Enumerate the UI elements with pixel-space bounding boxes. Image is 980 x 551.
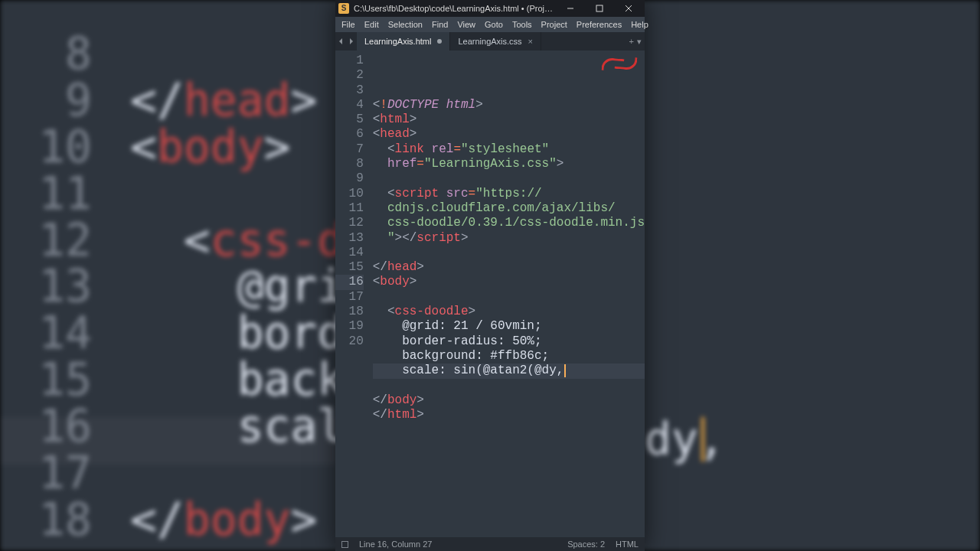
maximize-icon bbox=[596, 5, 603, 12]
chevron-left-icon bbox=[338, 38, 343, 44]
bg-caret bbox=[701, 417, 704, 461]
new-tab-button[interactable]: + bbox=[629, 37, 634, 46]
menu-project[interactable]: Project bbox=[537, 18, 572, 31]
line-number-gutter: 1234567891011121314151617181920 bbox=[335, 51, 370, 537]
watermark-logo-icon bbox=[602, 55, 637, 73]
tab-learningaxis-html[interactable]: LearningAxis.html bbox=[357, 32, 450, 51]
window-title: C:\Users\fb\Desktop\code\LearningAxis.ht… bbox=[354, 4, 554, 13]
tab-menu-button[interactable]: ▾ bbox=[637, 37, 642, 47]
app-icon bbox=[338, 3, 349, 14]
status-syntax[interactable]: HTML bbox=[616, 540, 639, 549]
menu-edit[interactable]: Edit bbox=[360, 18, 384, 31]
dirty-indicator-icon bbox=[437, 39, 442, 44]
code-area[interactable]: <!DOCTYPE html><html><head> <link rel="s… bbox=[370, 51, 645, 537]
tab-close-icon[interactable]: × bbox=[528, 37, 533, 46]
chevron-right-icon bbox=[349, 38, 354, 44]
tab-nav-right[interactable] bbox=[346, 32, 357, 51]
menu-file[interactable]: File bbox=[337, 18, 360, 31]
tab-nav-left[interactable] bbox=[335, 32, 346, 51]
menu-help[interactable]: Help bbox=[626, 18, 653, 31]
status-cursor-position: Line 16, Column 27 bbox=[359, 540, 432, 549]
menu-bar: File Edit Selection Find View Goto Tools… bbox=[335, 17, 645, 32]
tab-label: LearningAxis.css bbox=[458, 37, 521, 46]
title-bar: C:\Users\fb\Desktop\code\LearningAxis.ht… bbox=[335, 0, 645, 17]
status-bar: Line 16, Column 27 Spaces: 2 HTML bbox=[335, 537, 645, 551]
tab-bar: LearningAxis.html LearningAxis.css × + ▾ bbox=[335, 32, 645, 51]
code-editor[interactable]: 1234567891011121314151617181920 <!DOCTYP… bbox=[335, 51, 645, 537]
bg-code-preview: 89</head>10<body>1112 <css-do13 @grid:14… bbox=[15, 31, 337, 543]
svg-rect-1 bbox=[596, 5, 603, 11]
minimize-icon bbox=[567, 5, 574, 12]
minimize-button[interactable] bbox=[557, 0, 583, 17]
menu-selection[interactable]: Selection bbox=[384, 18, 427, 31]
status-indent[interactable]: Spaces: 2 bbox=[567, 540, 605, 549]
menu-view[interactable]: View bbox=[452, 18, 480, 31]
tab-learningaxis-css[interactable]: LearningAxis.css × bbox=[450, 32, 541, 51]
maximize-button[interactable] bbox=[586, 0, 612, 17]
menu-tools[interactable]: Tools bbox=[508, 18, 537, 31]
status-panel-toggle[interactable] bbox=[341, 541, 348, 548]
close-button[interactable] bbox=[616, 0, 642, 17]
menu-find[interactable]: Find bbox=[427, 18, 452, 31]
close-icon bbox=[625, 5, 632, 12]
bg-code-right: dy, bbox=[645, 230, 725, 462]
menu-preferences[interactable]: Preferences bbox=[572, 18, 626, 31]
tab-label: LearningAxis.html bbox=[364, 37, 431, 46]
editor-window: C:\Users\fb\Desktop\code\LearningAxis.ht… bbox=[335, 0, 645, 551]
menu-goto[interactable]: Goto bbox=[480, 18, 508, 31]
